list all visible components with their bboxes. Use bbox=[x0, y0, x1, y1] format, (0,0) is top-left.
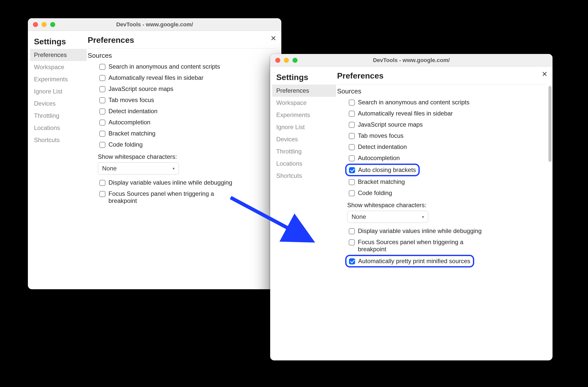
option-autocompletion[interactable]: Autocompletion bbox=[347, 152, 547, 164]
checkbox[interactable] bbox=[349, 239, 355, 245]
option-auto-closing-brackets[interactable]: Auto closing brackets bbox=[345, 164, 420, 176]
option-tab-moves-focus[interactable]: Tab moves focus bbox=[347, 130, 547, 141]
settings-sidebar: Settings PreferencesWorkspaceExperiments… bbox=[270, 68, 336, 360]
sidebar-item-workspace[interactable]: Workspace bbox=[30, 61, 87, 73]
checkbox[interactable] bbox=[349, 155, 355, 161]
traffic-lights bbox=[275, 58, 298, 63]
settings-heading: Settings bbox=[30, 36, 87, 49]
option-label: Focus Sources panel when triggering a br… bbox=[358, 239, 490, 253]
checkbox[interactable] bbox=[349, 258, 355, 264]
option-detect-indentation[interactable]: Detect indentation bbox=[347, 141, 547, 152]
option-label: Detect indentation bbox=[108, 108, 157, 115]
option-label: Focus Sources panel when triggering a br… bbox=[108, 190, 240, 204]
checkbox[interactable] bbox=[349, 122, 355, 128]
option-label: Display variable values inline while deb… bbox=[358, 227, 482, 235]
window-maximize-button[interactable] bbox=[50, 22, 55, 27]
checkbox[interactable] bbox=[349, 111, 355, 117]
option-tab-moves-focus[interactable]: Tab moves focus bbox=[98, 94, 276, 106]
option-javascript-source-maps[interactable]: JavaScript source maps bbox=[347, 119, 547, 130]
checkbox[interactable] bbox=[349, 100, 355, 106]
option-code-folding[interactable]: Code folding bbox=[98, 139, 276, 150]
settings-content: Settings PreferencesWorkspaceExperiments… bbox=[28, 31, 281, 289]
sidebar-item-preferences[interactable]: Preferences bbox=[272, 85, 336, 97]
sidebar-item-workspace[interactable]: Workspace bbox=[272, 97, 336, 109]
checkbox[interactable] bbox=[99, 75, 105, 81]
option-label: Autocompletion bbox=[108, 119, 150, 126]
sidebar-item-preferences[interactable]: Preferences bbox=[30, 49, 87, 61]
checkbox[interactable] bbox=[99, 120, 105, 126]
option-label: Detect indentation bbox=[358, 143, 407, 150]
sidebar-item-ignore-list[interactable]: Ignore List bbox=[30, 85, 87, 98]
option-label: Code folding bbox=[108, 141, 143, 148]
option-javascript-source-maps[interactable]: JavaScript source maps bbox=[98, 83, 276, 94]
whitespace-label: Show whitespace characters: bbox=[347, 199, 547, 211]
preferences-heading: Preferences bbox=[88, 35, 275, 49]
option-label: Bracket matching bbox=[358, 178, 405, 185]
checkbox[interactable] bbox=[349, 133, 355, 139]
whitespace-select[interactable]: None▾ bbox=[347, 211, 428, 223]
checkbox[interactable] bbox=[99, 108, 105, 114]
checkbox[interactable] bbox=[349, 179, 355, 185]
whitespace-select[interactable]: None▾ bbox=[98, 162, 179, 175]
option-label: JavaScript source maps bbox=[358, 121, 423, 128]
whitespace-label: Show whitespace characters: bbox=[98, 150, 276, 162]
chevron-down-icon: ▾ bbox=[173, 166, 175, 171]
option-automatically-reveal-files-in-sidebar[interactable]: Automatically reveal files in sidebar bbox=[347, 108, 547, 119]
checkbox[interactable] bbox=[349, 190, 355, 196]
option-label: Tab moves focus bbox=[358, 132, 403, 139]
window-maximize-button[interactable] bbox=[292, 58, 298, 63]
option-detect-indentation[interactable]: Detect indentation bbox=[98, 106, 276, 117]
sidebar-item-devices[interactable]: Devices bbox=[30, 98, 87, 110]
checkbox[interactable] bbox=[349, 144, 355, 150]
sidebar-item-locations[interactable]: Locations bbox=[272, 158, 336, 170]
settings-main: Preferences Sources Search in anonymous … bbox=[87, 32, 281, 289]
option-label: Code folding bbox=[358, 189, 392, 197]
option-label: Display variable values inline while deb… bbox=[108, 179, 232, 186]
sidebar-item-experiments[interactable]: Experiments bbox=[272, 109, 336, 121]
sidebar-item-throttling[interactable]: Throttling bbox=[30, 110, 87, 122]
option-code-folding[interactable]: Code folding bbox=[347, 187, 547, 199]
scrollbar-thumb[interactable] bbox=[548, 86, 552, 162]
window-close-button[interactable] bbox=[33, 22, 38, 27]
sidebar-item-locations[interactable]: Locations bbox=[30, 122, 87, 134]
window-minimize-button[interactable] bbox=[42, 22, 47, 27]
option-search-in-anonymous-and-content-scripts[interactable]: Search in anonymous and content scripts bbox=[347, 97, 547, 108]
scrollbar[interactable] bbox=[548, 86, 552, 355]
option-focus-sources-panel-when-triggering-a-breakpoint[interactable]: Focus Sources panel when triggering a br… bbox=[347, 237, 547, 255]
option-search-in-anonymous-and-content-scripts[interactable]: Search in anonymous and content scripts bbox=[98, 61, 276, 72]
window-title: DevTools - www.google.com/ bbox=[270, 57, 553, 64]
sidebar-item-ignore-list[interactable]: Ignore List bbox=[272, 121, 336, 133]
option-bracket-matching[interactable]: Bracket matching bbox=[347, 176, 547, 187]
option-label: Autocompletion bbox=[358, 154, 400, 162]
checkbox[interactable] bbox=[349, 228, 355, 234]
option-autocompletion[interactable]: Autocompletion bbox=[98, 117, 276, 128]
checkbox[interactable] bbox=[99, 97, 105, 103]
traffic-lights bbox=[33, 22, 55, 27]
option-bracket-matching[interactable]: Bracket matching bbox=[98, 128, 276, 139]
option-automatically-pretty-print-minified-sources[interactable]: Automatically pretty print minified sour… bbox=[345, 255, 474, 267]
sidebar-item-devices[interactable]: Devices bbox=[272, 133, 336, 145]
sidebar-item-experiments[interactable]: Experiments bbox=[30, 73, 87, 85]
window-title: DevTools - www.google.com/ bbox=[28, 21, 281, 28]
checkbox[interactable] bbox=[99, 131, 105, 137]
option-automatically-reveal-files-in-sidebar[interactable]: Automatically reveal files in sidebar bbox=[98, 72, 276, 83]
checkbox[interactable] bbox=[99, 64, 105, 70]
checkbox[interactable] bbox=[99, 180, 105, 186]
sidebar-item-shortcuts[interactable]: Shortcuts bbox=[272, 170, 336, 182]
checkbox[interactable] bbox=[99, 86, 105, 92]
option-label: Bracket matching bbox=[108, 130, 155, 137]
sidebar-item-shortcuts[interactable]: Shortcuts bbox=[30, 134, 87, 146]
option-display-variable-values-inline-while-debugging[interactable]: Display variable values inline while deb… bbox=[98, 177, 276, 188]
whitespace-selected-value: None bbox=[352, 213, 366, 220]
window-minimize-button[interactable] bbox=[284, 58, 289, 63]
option-focus-sources-panel-when-triggering-a-breakpoint[interactable]: Focus Sources panel when triggering a br… bbox=[98, 188, 276, 206]
sidebar-item-throttling[interactable]: Throttling bbox=[272, 145, 336, 158]
checkbox[interactable] bbox=[349, 167, 355, 173]
checkbox[interactable] bbox=[99, 142, 105, 148]
window-left: DevTools - www.google.com/ ✕ Settings Pr… bbox=[28, 18, 281, 289]
settings-heading: Settings bbox=[272, 72, 336, 85]
chevron-down-icon: ▾ bbox=[422, 215, 424, 219]
option-display-variable-values-inline-while-debugging[interactable]: Display variable values inline while deb… bbox=[347, 225, 547, 237]
window-close-button[interactable] bbox=[275, 58, 280, 63]
checkbox[interactable] bbox=[99, 191, 105, 197]
